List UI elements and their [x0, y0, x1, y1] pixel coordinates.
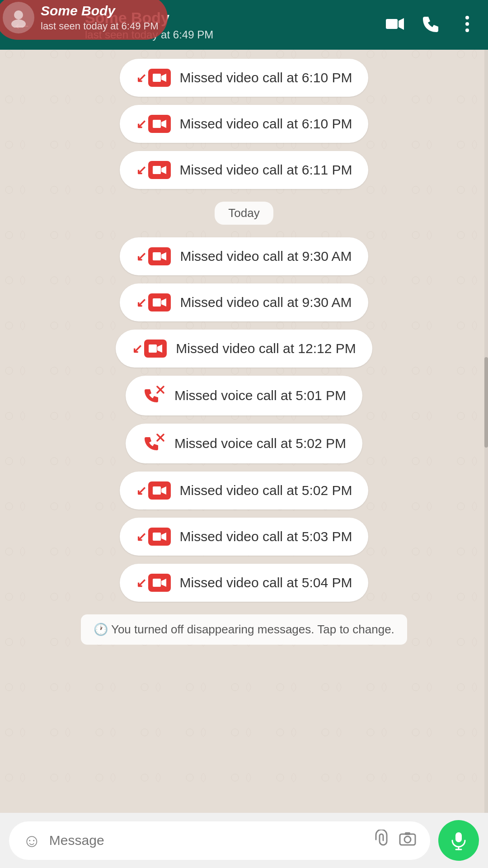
svg-point-5 — [465, 22, 469, 26]
notif-name: Some Body — [41, 3, 159, 19]
call-text: Missed video call at 6:11 PM — [180, 162, 352, 178]
missed-voice-icon — [142, 386, 165, 406]
missed-video-icon: ↙ — [136, 293, 171, 311]
svg-marker-12 — [161, 166, 166, 174]
missed-video-icon: ↙ — [136, 574, 171, 592]
bottom-bar: ☺ — [0, 813, 488, 868]
notification-popup: Some Body last seen today at 6:49 PM — [0, 0, 168, 40]
svg-rect-9 — [153, 120, 161, 128]
chat-header: ← Some Body last seen today at 6:49 PM S… — [0, 0, 488, 50]
voice-call-button[interactable] — [421, 14, 441, 36]
list-item[interactable]: ↙ Missed video call at 9:30 AM — [120, 237, 368, 275]
more-options-button[interactable] — [457, 14, 477, 36]
missed-voice-icon — [142, 434, 165, 453]
call-text: Missed video call at 9:30 AM — [180, 295, 352, 310]
call-text: Missed voice call at 5:02 PM — [174, 436, 346, 451]
date-separator: Today — [215, 202, 273, 225]
svg-point-0 — [14, 10, 23, 19]
missed-video-icon: ↙ — [136, 69, 171, 87]
list-item[interactable]: Missed voice call at 5:02 PM — [126, 424, 362, 463]
missed-video-icon: ↙ — [136, 247, 171, 265]
missed-video-icon: ↙ — [136, 161, 171, 179]
svg-point-4 — [465, 16, 469, 19]
list-item[interactable]: ↙ Missed video call at 5:02 PM — [120, 472, 369, 509]
call-text: Missed video call at 6:10 PM — [180, 70, 352, 85]
svg-marker-28 — [161, 579, 166, 587]
chat-area: ↙ Missed video call at 6:10 PM ↙ Missed … — [0, 50, 488, 726]
svg-point-1 — [11, 19, 26, 28]
missed-video-icon: ↙ — [132, 340, 167, 358]
notif-text-block: Some Body last seen today at 6:49 PM — [41, 3, 159, 32]
list-item[interactable]: ↙ Missed video call at 6:10 PM — [120, 59, 369, 97]
svg-rect-15 — [153, 298, 161, 307]
missed-video-icon: ↙ — [136, 115, 171, 133]
header-actions — [385, 14, 477, 36]
svg-rect-17 — [149, 344, 157, 353]
call-text: Missed voice call at 5:01 PM — [174, 388, 346, 403]
svg-rect-27 — [153, 579, 161, 587]
list-item[interactable]: ↙ Missed video call at 5:03 PM — [120, 518, 369, 556]
list-item[interactable]: ↙ Missed video call at 5:04 PM — [120, 564, 369, 602]
call-text: Missed video call at 12:12 PM — [176, 341, 356, 356]
svg-rect-11 — [153, 166, 161, 174]
svg-marker-14 — [161, 252, 166, 260]
camera-button[interactable] — [399, 830, 417, 852]
svg-marker-26 — [161, 533, 166, 541]
scrollbar-thumb[interactable] — [484, 357, 488, 448]
call-text: Missed video call at 5:02 PM — [180, 483, 352, 498]
call-text: Missed video call at 9:30 AM — [180, 249, 352, 264]
svg-rect-25 — [153, 533, 161, 541]
svg-rect-32 — [455, 832, 462, 842]
video-call-button[interactable] — [385, 14, 405, 36]
list-item[interactable]: ↙ Missed video call at 9:30 AM — [120, 283, 368, 321]
list-item[interactable]: Missed voice call at 5:01 PM — [126, 376, 362, 415]
message-input[interactable] — [49, 833, 364, 848]
svg-point-30 — [404, 836, 411, 843]
call-text: Missed video call at 6:10 PM — [180, 116, 352, 132]
emoji-button[interactable]: ☺ — [23, 830, 41, 851]
svg-rect-31 — [405, 832, 410, 835]
svg-point-6 — [465, 28, 469, 32]
disappearing-notice[interactable]: 🕐 You turned off disappearing messages. … — [81, 614, 407, 645]
missed-video-icon: ↙ — [136, 528, 171, 546]
svg-marker-8 — [161, 74, 166, 82]
notif-avatar — [3, 2, 34, 33]
list-item[interactable]: ↙ Missed video call at 6:10 PM — [120, 105, 369, 143]
svg-rect-13 — [153, 252, 161, 260]
missed-video-icon: ↙ — [136, 481, 171, 500]
call-text: Missed video call at 5:04 PM — [180, 575, 352, 590]
list-item[interactable]: ↙ Missed video call at 12:12 PM — [116, 330, 372, 368]
svg-marker-24 — [161, 486, 166, 495]
svg-rect-2 — [386, 19, 398, 29]
svg-rect-23 — [153, 486, 161, 495]
svg-marker-10 — [161, 120, 166, 128]
attach-button[interactable] — [372, 830, 390, 852]
mic-button[interactable] — [438, 820, 479, 861]
svg-marker-16 — [161, 298, 166, 307]
svg-rect-7 — [153, 74, 161, 82]
svg-marker-18 — [157, 344, 162, 353]
scrollbar-track[interactable] — [484, 50, 488, 818]
svg-marker-3 — [399, 18, 404, 30]
list-item[interactable]: ↙ Missed video call at 6:11 PM — [120, 151, 369, 189]
notif-status: last seen today at 6:49 PM — [41, 20, 159, 32]
message-input-wrap: ☺ — [9, 821, 430, 860]
call-text: Missed video call at 5:03 PM — [180, 529, 352, 544]
